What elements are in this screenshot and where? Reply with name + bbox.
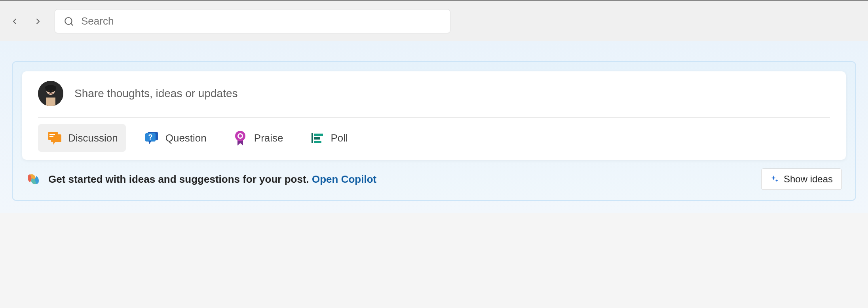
svg-rect-20 bbox=[311, 133, 313, 143]
show-ideas-button[interactable]: Show ideas bbox=[761, 168, 842, 190]
copilot-icon bbox=[26, 172, 40, 186]
forward-button[interactable] bbox=[33, 17, 43, 26]
search-icon bbox=[64, 16, 74, 27]
compose-wrapper: Share thoughts, ideas or updates Disc bbox=[12, 61, 856, 201]
copilot-hint-text: Get started with ideas and suggestions f… bbox=[48, 173, 312, 185]
nav-arrows bbox=[10, 17, 43, 26]
post-type-discussion[interactable]: Discussion bbox=[38, 124, 126, 152]
content-area: Share thoughts, ideas or updates Disc bbox=[0, 41, 868, 213]
svg-rect-10 bbox=[49, 136, 53, 137]
svg-marker-14 bbox=[148, 141, 152, 144]
search-input[interactable] bbox=[81, 15, 441, 27]
compose-card: Share thoughts, ideas or updates Disc bbox=[22, 71, 846, 160]
post-type-label: Praise bbox=[254, 132, 283, 144]
post-type-question[interactable]: ? Question bbox=[135, 124, 215, 152]
svg-marker-11 bbox=[53, 142, 55, 145]
svg-rect-22 bbox=[314, 137, 320, 140]
post-type-praise[interactable]: Praise bbox=[224, 124, 291, 152]
post-type-poll[interactable]: Poll bbox=[301, 124, 356, 152]
svg-line-1 bbox=[71, 23, 73, 25]
question-icon: ? bbox=[143, 130, 160, 146]
post-type-label: Discussion bbox=[68, 132, 118, 144]
svg-rect-21 bbox=[314, 134, 323, 136]
copilot-text: Get started with ideas and suggestions f… bbox=[48, 173, 376, 186]
user-avatar[interactable] bbox=[38, 81, 63, 106]
copilot-bar: Get started with ideas and suggestions f… bbox=[22, 160, 846, 191]
svg-rect-4 bbox=[46, 98, 55, 106]
svg-point-19 bbox=[239, 134, 242, 138]
compose-header: Share thoughts, ideas or updates bbox=[38, 81, 830, 118]
sparkle-icon bbox=[770, 175, 779, 184]
poll-icon bbox=[309, 130, 325, 146]
svg-rect-23 bbox=[314, 141, 321, 143]
post-type-tabs: Discussion ? Question bbox=[38, 118, 830, 152]
post-type-label: Poll bbox=[331, 132, 348, 144]
discussion-icon bbox=[46, 130, 63, 146]
svg-text:?: ? bbox=[148, 133, 152, 141]
back-button[interactable] bbox=[10, 17, 19, 26]
svg-point-6 bbox=[52, 90, 53, 92]
copilot-hint: Get started with ideas and suggestions f… bbox=[26, 172, 376, 186]
top-toolbar bbox=[0, 0, 868, 41]
compose-prompt[interactable]: Share thoughts, ideas or updates bbox=[74, 87, 238, 100]
open-copilot-link[interactable]: Open Copilot bbox=[312, 173, 376, 185]
praise-icon bbox=[232, 130, 249, 146]
svg-point-5 bbox=[48, 90, 49, 92]
search-box[interactable] bbox=[55, 9, 450, 33]
svg-rect-8 bbox=[51, 134, 61, 142]
svg-rect-9 bbox=[49, 134, 55, 135]
show-ideas-label: Show ideas bbox=[784, 174, 833, 185]
post-type-label: Question bbox=[165, 132, 207, 144]
